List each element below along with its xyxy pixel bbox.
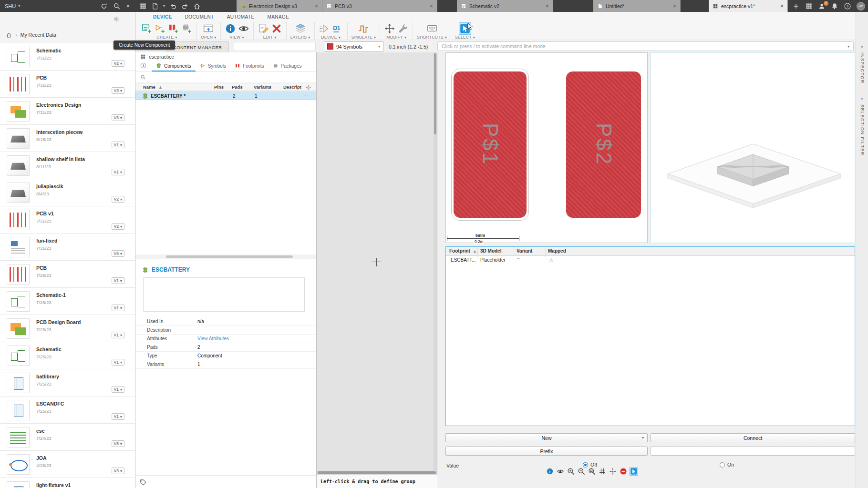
gear-icon[interactable]	[113, 16, 120, 22]
toolbar-group-label[interactable]: OPEN▾	[201, 35, 217, 40]
chevron-down-icon[interactable]: ▾	[163, 4, 165, 8]
apps-grid-icon[interactable]	[139, 2, 147, 10]
tool-delete-x-icon[interactable]	[271, 23, 282, 34]
tool-new-symbol-icon[interactable]	[155, 23, 166, 34]
viewtool-cursor-blue-icon[interactable]	[630, 468, 638, 475]
tool-shortcuts-icon[interactable]	[426, 23, 438, 34]
command-line-input[interactable]	[442, 43, 847, 49]
viewtool-zoom-out-icon[interactable]	[578, 468, 585, 475]
chevron-down-icon[interactable]: ▾	[847, 44, 849, 49]
ribbon-tab-document[interactable]: DOCUMENT	[185, 14, 214, 20]
home-icon[interactable]	[193, 2, 201, 10]
new-button[interactable]: New ▾	[445, 433, 648, 442]
mapping-table-header[interactable]: Footprint ▴ 3D Model Variant Mapped	[446, 247, 855, 256]
panel-tab-inspector[interactable]: «INSPECTOR	[856, 44, 868, 84]
list-item[interactable]: light-fixture v1	[0, 478, 135, 488]
profile-icon[interactable]: 1	[818, 2, 826, 10]
prefix-button[interactable]: Prefix	[445, 447, 648, 456]
content-manager-field[interactable]	[234, 42, 316, 51]
component-search-input[interactable]	[149, 74, 311, 80]
list-item[interactable]: ESCANDFC7/25/23V1▾	[0, 396, 135, 424]
viewtool-crosshair-icon[interactable]	[609, 468, 617, 475]
version-dropdown[interactable]: V1▾	[112, 413, 124, 420]
toolbar-group-label[interactable]: DEVICE▾	[321, 35, 341, 40]
footprint-mapping-table[interactable]: Footprint ▴ 3D Model Variant Mapped ESCB…	[445, 246, 855, 426]
help-icon[interactable]: ?	[844, 2, 851, 10]
command-line[interactable]: ▾	[437, 41, 854, 51]
version-dropdown[interactable]: V1▾	[112, 169, 124, 175]
viewtool-eye-icon[interactable]	[557, 468, 564, 475]
version-dropdown[interactable]: V1▾	[112, 386, 124, 393]
version-dropdown[interactable]: V3▾	[112, 468, 124, 474]
bell-icon[interactable]	[831, 2, 838, 10]
list-item[interactable]: esc7/24/23V8▾	[0, 424, 135, 451]
package-3d-preview[interactable]	[651, 52, 855, 243]
viewtool-zoom-in-icon[interactable]	[567, 468, 575, 475]
version-dropdown[interactable]: V1▾	[112, 277, 124, 284]
list-item[interactable]: juliapiascik8/4/23V2▾	[0, 179, 135, 206]
tool-move-icon[interactable]	[384, 23, 395, 34]
tool-open-icon[interactable]	[203, 23, 214, 34]
version-dropdown[interactable]: V1▾	[112, 359, 124, 366]
toolbar-group-label[interactable]: SIMULATE▾	[351, 35, 376, 40]
list-item[interactable]: batlibrary7/25/23V1▾	[0, 369, 135, 396]
tab-footprints[interactable]: Footprints	[230, 61, 268, 71]
row-actions-icon[interactable]: ⋯	[303, 92, 309, 98]
ribbon-tab-device[interactable]: DEVICE	[153, 14, 172, 20]
doc-tab[interactable]: Electronics Design v3×	[237, 0, 322, 12]
list-item[interactable]: Schematic7/25/23V1▾	[0, 342, 135, 369]
version-dropdown[interactable]: V3▾	[112, 87, 124, 94]
redo-icon[interactable]	[181, 2, 189, 10]
close-panel-icon[interactable]: ×	[126, 2, 130, 10]
home-icon[interactable]	[6, 32, 12, 38]
column-description[interactable]: Descript	[283, 84, 301, 90]
doc-tab[interactable]: Schematic v2×	[457, 0, 553, 12]
component-table-header[interactable]: Name ▴ Pins Pads Variants Descript	[135, 83, 316, 91]
column-footprint[interactable]: Footprint	[449, 248, 470, 254]
version-dropdown[interactable]: V6▾	[112, 250, 124, 257]
value-option-on[interactable]: On	[720, 462, 734, 468]
info-icon[interactable]	[140, 62, 146, 69]
column-name[interactable]: Name	[143, 84, 155, 90]
toolbar-group-label[interactable]: SHORTCUTS▾	[417, 35, 447, 40]
toolbar-group-label[interactable]: VIEW▾	[229, 35, 244, 40]
search-icon[interactable]	[113, 2, 121, 10]
version-dropdown[interactable]: V1▾	[112, 305, 124, 311]
version-dropdown[interactable]: V3▾	[112, 114, 124, 121]
component-search[interactable]	[135, 72, 316, 82]
tab-content-manager[interactable]: CONTENT MANAGER	[166, 41, 229, 52]
version-dropdown[interactable]: V2▾	[112, 223, 124, 230]
list-item[interactable]: PCB Design Board7/26/23V1▾	[0, 315, 135, 342]
tab-close-icon[interactable]: ×	[430, 3, 433, 10]
list-item[interactable]: PCB7/26/23V1▾	[0, 261, 135, 288]
new-document-icon[interactable]	[151, 2, 159, 10]
doc-tab[interactable]: Untitled*×	[593, 0, 681, 12]
doc-tab[interactable]: PCB v3×	[322, 0, 437, 12]
tab-close-icon[interactable]: ×	[780, 3, 784, 10]
scrollbar-thumb[interactable]	[318, 471, 436, 474]
viewtool-zoom-fit-icon[interactable]	[588, 468, 596, 475]
ribbon-tab-manage[interactable]: MANAGE	[267, 14, 289, 20]
toolbar-group-label[interactable]: SELECT▾	[455, 35, 475, 40]
toolbar-group-label[interactable]: EDIT▾	[263, 35, 277, 40]
pad-2[interactable]: P$2	[566, 71, 641, 218]
app-menu[interactable]: SHU ▾	[5, 3, 20, 9]
ribbon-tab-automate[interactable]: AUTOMATE	[227, 14, 255, 20]
version-dropdown[interactable]: V2▾	[112, 60, 124, 67]
horizontal-scrollbar[interactable]	[317, 471, 437, 475]
mapping-row[interactable]: ESCBATT...Placeholder''⚠	[446, 256, 855, 264]
tool-simulate-icon[interactable]	[358, 23, 369, 34]
value-option-off[interactable]: Off	[583, 462, 597, 468]
tool-new-package-icon[interactable]	[181, 23, 193, 34]
avatar[interactable]: JP	[857, 2, 865, 10]
scrollbar-thumb[interactable]	[434, 53, 436, 134]
radio-off[interactable]	[583, 462, 588, 468]
horizontal-scrollbar[interactable]	[135, 254, 316, 259]
tab-close-icon[interactable]: ×	[315, 3, 318, 10]
tag-icon[interactable]	[140, 479, 146, 486]
tool-wrench-icon[interactable]	[397, 23, 409, 34]
viewtool-disable-icon[interactable]	[620, 468, 627, 475]
prefix-value-field[interactable]	[651, 447, 855, 456]
grid-menu-icon[interactable]	[805, 2, 813, 10]
column-pads[interactable]: Pads	[232, 84, 243, 90]
